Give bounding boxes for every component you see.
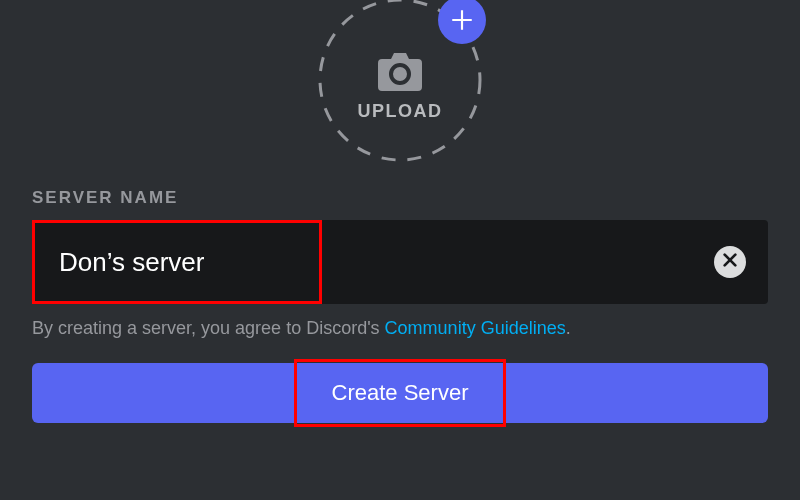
guidelines-prefix: By creating a server, you agree to Disco…: [32, 318, 385, 338]
upload-avatar-button[interactable]: UPLOAD: [316, 0, 484, 164]
guidelines-suffix: .: [566, 318, 571, 338]
create-row: Create Server: [32, 363, 768, 423]
upload-area: UPLOAD: [32, 0, 768, 164]
create-server-label: Create Server: [332, 380, 469, 406]
clear-input-button[interactable]: [714, 246, 746, 278]
server-name-label: SERVER NAME: [32, 188, 768, 208]
create-server-form: UPLOAD SERVER NAME By creating a server,…: [0, 0, 800, 423]
server-name-input[interactable]: [57, 246, 319, 279]
close-icon: [722, 252, 738, 272]
community-guidelines-link[interactable]: Community Guidelines: [385, 318, 566, 338]
guidelines-text: By creating a server, you agree to Disco…: [32, 318, 768, 339]
server-name-row: [32, 220, 768, 304]
create-server-button[interactable]: Create Server: [32, 363, 768, 423]
server-name-highlight: [32, 220, 322, 304]
